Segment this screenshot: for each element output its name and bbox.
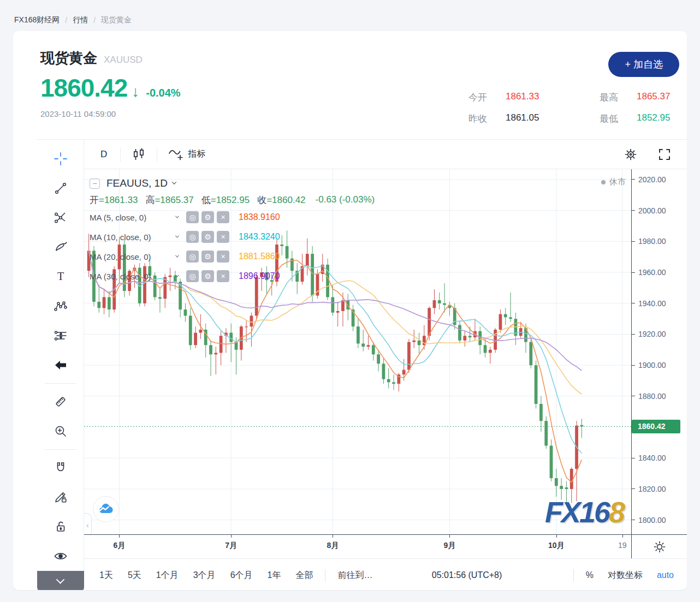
range-button[interactable]: 1天 [99, 570, 113, 581]
price-tick-label: 1960.00 [638, 268, 666, 277]
ma-value: 1838.9160 [239, 212, 280, 222]
candle [489, 350, 492, 353]
hide-drawings-eye-icon[interactable] [37, 541, 84, 571]
price-tick-label: 1840.00 [638, 454, 666, 462]
range-button[interactable]: 全部 [295, 570, 313, 581]
percent-scale-button[interactable]: % [586, 570, 594, 580]
candle [565, 487, 568, 489]
log-scale-button[interactable]: 对数坐标 [608, 570, 643, 581]
candle [377, 354, 380, 363]
candle [341, 300, 345, 311]
ma-settings-icon[interactable]: ⚙ [201, 251, 214, 263]
zoom-in-tool-icon[interactable] [37, 416, 84, 446]
time-tick [119, 535, 120, 538]
brush-tool-icon[interactable] [37, 233, 84, 262]
chart-plot[interactable]: − FEAUUS, 1D 开=1861.33高=1865.37低=1852.95… [84, 169, 631, 534]
candle [550, 446, 553, 479]
auto-scale-button[interactable]: auto [657, 570, 674, 580]
ma-visibility-icon[interactable]: ◎ [186, 231, 199, 243]
lock-drawing-mode-icon[interactable] [37, 482, 84, 512]
candle [407, 342, 411, 370]
crosshair-tool-icon[interactable] [37, 144, 84, 174]
candle [463, 336, 466, 341]
range-button[interactable]: 1年 [268, 570, 281, 581]
candle [382, 363, 385, 379]
time-tick [449, 535, 450, 538]
quote-header: 现货黄金 XAUUSD 1860.42 ↓ -0.04% 2023-10-11 … [13, 31, 687, 139]
chart-control-bar: 1天5天1个月3个月6个月1年全部 前往到… 05:01:56 (UTC+8) … [84, 558, 687, 590]
ma-visibility-icon[interactable]: ◎ [186, 251, 199, 263]
ma-remove-icon[interactable]: × [217, 270, 229, 282]
price-axis[interactable]: 2020.002000.001980.001960.001940.001920.… [631, 169, 687, 534]
ohlc-legend-row: 开=1861.33高=1865.37低=1852.95收=1860.42-0.6… [90, 192, 375, 207]
candle [509, 317, 512, 319]
ohlc-change: -0.63 (-0.03%) [316, 194, 375, 205]
breadcrumb-item-quotes[interactable]: 行情 [73, 15, 88, 25]
text-tool-icon[interactable]: T [37, 262, 84, 291]
measure-ruler-icon[interactable] [37, 387, 84, 416]
price-tick-label: 1880.00 [638, 392, 666, 401]
range-button[interactable]: 6个月 [230, 570, 253, 581]
candle [336, 311, 340, 313]
drawing-toolbar: T [37, 140, 84, 590]
indicators-button[interactable]: 指标 [168, 147, 205, 162]
status-dot-icon [601, 180, 606, 184]
price-tick [632, 241, 635, 242]
stat-label: 今开 [468, 91, 487, 104]
ma-value: 1843.3240 [239, 232, 280, 242]
breadcrumb-item-home[interactable]: FX168财经网 [14, 15, 60, 25]
pattern-tool-icon[interactable] [37, 291, 84, 321]
ma-settings-icon[interactable]: ⚙ [201, 211, 214, 223]
goto-date-button[interactable]: 前往到… [337, 570, 372, 581]
time-axis[interactable]: 6月7月8月9月10月19 [84, 534, 631, 558]
candle [458, 325, 461, 340]
range-button[interactable]: 5天 [128, 570, 141, 581]
ma-name[interactable]: MA (20, close, 0) [90, 252, 176, 261]
fullscreen-icon[interactable] [657, 147, 672, 162]
lock-all-icon[interactable] [37, 512, 84, 541]
ma-remove-icon[interactable]: × [217, 211, 229, 223]
stat-value: 1852.95 [637, 112, 678, 125]
trend-line-tool-icon[interactable] [37, 174, 84, 203]
collapse-sidebar-handle[interactable]: ‹ [84, 513, 92, 534]
candle [361, 343, 365, 347]
candle [433, 300, 436, 308]
chart-logo-button[interactable] [93, 496, 119, 522]
chart-settings-gear-icon[interactable] [624, 147, 638, 162]
ohlc-item: 低=1852.95 [201, 194, 250, 206]
ma-visibility-icon[interactable]: ◎ [186, 270, 199, 282]
symbol-legend-row[interactable]: − FEAUUS, 1D [90, 175, 375, 192]
candle [372, 345, 375, 354]
price-tick [632, 179, 635, 180]
sun-theme-icon[interactable] [653, 540, 666, 553]
time-tick-label: 7月 [225, 541, 237, 551]
ma-settings-icon[interactable]: ⚙ [201, 270, 214, 282]
arrow-left-tool-icon[interactable] [37, 350, 84, 380]
candle-style-icon[interactable] [132, 147, 146, 162]
ma-name[interactable]: MA (10, close, 0) [90, 233, 176, 242]
magnet-mode-icon[interactable] [37, 453, 84, 482]
toolbar-divider [45, 449, 76, 450]
candle [412, 341, 416, 342]
ma-settings-icon[interactable]: ⚙ [201, 231, 214, 243]
ma-name[interactable]: MA (30, close, 0) [90, 272, 176, 281]
range-button[interactable]: 1个月 [156, 570, 179, 581]
range-button[interactable]: 3个月 [193, 570, 216, 581]
add-watchlist-button[interactable]: + 加自选 [608, 52, 679, 77]
ohlc-item: 高=1865.37 [145, 194, 193, 206]
candle [103, 297, 106, 308]
collapse-legend-icon[interactable]: − [90, 178, 100, 189]
ma-legend-row: MA (30, close, 0)◎⚙×1896.9070 [90, 266, 375, 286]
ma-name[interactable]: MA (5, close, 0) [90, 213, 176, 222]
ma-remove-icon[interactable]: × [217, 231, 229, 243]
chevron-down-icon [175, 234, 179, 237]
clock-timezone-button[interactable]: 05:01:56 (UTC+8) [432, 570, 502, 580]
collapse-toolbar-button[interactable] [37, 571, 84, 590]
forecast-tool-icon[interactable] [37, 321, 84, 350]
ma-remove-icon[interactable]: × [217, 251, 229, 263]
interval-button[interactable]: D [98, 149, 109, 160]
stat-label: 最高 [600, 91, 618, 104]
price-tick-label: 1980.00 [638, 237, 666, 246]
gann-fib-tool-icon[interactable] [37, 203, 84, 233]
ma-visibility-icon[interactable]: ◎ [186, 211, 199, 223]
